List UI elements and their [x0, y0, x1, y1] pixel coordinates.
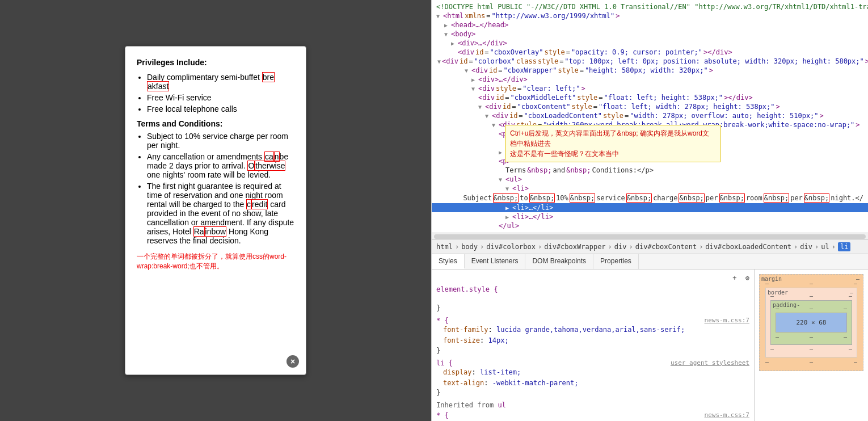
breadcrumb-item-body[interactable]: body	[461, 243, 478, 251]
scrollbar-track[interactable]	[434, 234, 866, 239]
margin-bottom: –	[810, 359, 813, 365]
list-item: Daily complimentary semi-buffet breakfas…	[147, 73, 294, 91]
tab-event-listeners[interactable]: Event Listeners	[465, 254, 526, 269]
margin-dash1: –	[856, 276, 859, 282]
triangle-icon[interactable]: ▼	[492, 122, 498, 128]
breadcrumb-item-cboxwrapper[interactable]: div#cboxWrapper	[544, 243, 605, 251]
source-text: Subject	[463, 194, 492, 202]
source-text: style	[538, 57, 558, 65]
source-text: <div>…</div>	[478, 75, 528, 83]
style-source[interactable]: news-m.css:7	[705, 411, 749, 419]
triangle-icon[interactable]: ▼	[478, 104, 484, 110]
triangle-icon[interactable]: ▼	[471, 86, 477, 92]
source-text: room	[746, 194, 762, 202]
triangle-icon[interactable]: ▼	[485, 113, 491, 119]
source-text: "http://www.w3.org/1999/xhtml"	[491, 12, 614, 20]
source-line: ▼ <li>	[432, 184, 868, 193]
source-text: and	[553, 166, 565, 174]
style-source[interactable]: news-m.css:7	[705, 317, 749, 324]
triangle-icon[interactable]: ▼	[505, 186, 511, 192]
source-text: style	[545, 48, 565, 56]
content-dimensions: 220 × 68	[797, 319, 827, 326]
modal-close-button[interactable]: ×	[286, 355, 299, 368]
box-content: 220 × 68	[776, 313, 847, 332]
breadcrumb-separator: ›	[832, 243, 836, 251]
style-val: -webkit-match-parent;	[492, 379, 579, 387]
source-text: <div>…</div>	[458, 39, 507, 47]
triangle-icon[interactable]: ▼	[465, 68, 470, 74]
source-line: ▼ <html xmlns="http://www.w3.org/1999/xh…	[432, 11, 868, 20]
breadcrumb-item-ul[interactable]: ul	[821, 243, 829, 251]
source-text: id	[509, 112, 517, 120]
terms-title: Terms and Conditions:	[137, 119, 294, 128]
breadcrumb-separator: ›	[815, 243, 819, 251]
source-text: "height: 580px; width: 320px;"	[585, 66, 708, 74]
source-line: Subject&nbsp;to&nbsp;10%&nbsp;service&nb…	[432, 193, 868, 203]
triangle-icon[interactable]: ▼	[436, 13, 442, 19]
source-text: <div	[478, 94, 495, 102]
source-text: 10%	[556, 194, 568, 202]
border-dash: –	[850, 289, 853, 296]
margin-bottom-right: –	[854, 359, 857, 365]
privileges-title: Privileges Include:	[137, 58, 294, 67]
source-line: </ul>	[432, 221, 868, 230]
padding-top: –	[810, 305, 813, 311]
styles-header: + ⚙	[436, 274, 749, 282]
modal-box: Privileges Include: Daily complimentary …	[125, 46, 306, 375]
breadcrumb-item-cboxloaded[interactable]: div#cboxLoadedContent	[705, 243, 791, 251]
source-text: "top: 100px; left: 0px; position: absolu…	[564, 57, 863, 65]
add-style-icon[interactable]: +	[732, 274, 736, 282]
triangle-icon[interactable]: ▶	[444, 22, 450, 28]
style-block-li: user agent stylesheet li { display: list…	[436, 359, 749, 397]
style-val: lucida grande,tahoma,verdana,arial,sans-…	[496, 326, 685, 334]
source-text: <li>…</li>	[512, 213, 553, 221]
triangle-icon[interactable]: ▶	[451, 40, 457, 47]
breadcrumb-item-div2[interactable]: div	[800, 243, 812, 251]
triangle-icon[interactable]: ▶	[499, 149, 504, 155]
source-text: Include:</p>	[574, 139, 623, 147]
triangle-icon[interactable]: ▼	[444, 31, 450, 37]
nbsp-highlight: &nbsp;	[493, 193, 519, 203]
source-text: <ul>	[505, 175, 522, 183]
terms-list: Subject to 10% service charge per room p…	[147, 132, 294, 245]
source-line: Privileges&nbsp;Include:</p>	[432, 138, 868, 148]
tab-dom-breakpoints[interactable]: DOM Breakpoints	[525, 254, 593, 269]
style-brace: }	[436, 304, 440, 312]
triangle-icon[interactable]: ▼	[437, 58, 441, 65]
source-line-selected[interactable]: ▶ <li>…</li>	[432, 203, 868, 212]
breadcrumb-item-colorbox[interactable]: div#colorbox	[486, 243, 536, 251]
tab-properties[interactable]: Properties	[593, 254, 639, 269]
breadcrumb-item-li[interactable]: li	[838, 242, 850, 251]
style-block-star1: news-m.css:7 * { font-family: lucida gra…	[436, 317, 749, 354]
triangle-icon[interactable]: ▶	[505, 214, 511, 220]
breadcrumb-separator: ›	[608, 243, 612, 251]
margin-label: margin	[761, 276, 782, 282]
refresh-style-icon[interactable]: ⚙	[745, 274, 749, 282]
breadcrumb-separator: ›	[794, 243, 798, 251]
triangle-icon[interactable]: ▶	[471, 77, 477, 83]
tab-styles[interactable]: Styles	[432, 254, 465, 269]
triangle-icon[interactable]: ▶	[505, 205, 511, 211]
source-scrollbar[interactable]	[432, 233, 868, 240]
breadcrumb-separator: ›	[699, 243, 703, 251]
nbsp-highlight: &nbsp;	[764, 193, 789, 203]
source-text: <div	[471, 66, 488, 74]
highlight-breakfast2: akfast	[147, 81, 169, 91]
padding-bottom-left: –	[776, 334, 779, 340]
highlight-rainbow: Ra	[193, 226, 205, 237]
breadcrumb-item-cboxcontent[interactable]: div#cboxContent	[635, 243, 697, 251]
triangle-icon[interactable]: ▼	[499, 176, 504, 183]
source-text: id	[503, 103, 511, 111]
box-margin: margin – – – – border – – – –	[759, 274, 863, 371]
breadcrumb-item-div[interactable]: div	[614, 243, 627, 251]
breadcrumb-item-html[interactable]: html	[436, 243, 453, 251]
source-line: ▼ <div style="clear: left;">	[432, 84, 868, 93]
source-text: &nbsp;	[566, 166, 591, 174]
source-line: ▶ <ul>…</ul>	[432, 148, 868, 157]
source-line: ▼ <ul>	[432, 175, 868, 184]
list-item: The first night guarantee is required at…	[147, 182, 294, 245]
source-text: "float: left; height: 538px;"	[604, 94, 723, 102]
source-line: Terms&nbsp;and&nbsp;Conditions:</p>	[432, 166, 868, 175]
source-text: &nbsp;	[547, 139, 572, 147]
margin-sides-bottom: – – –	[765, 359, 857, 365]
